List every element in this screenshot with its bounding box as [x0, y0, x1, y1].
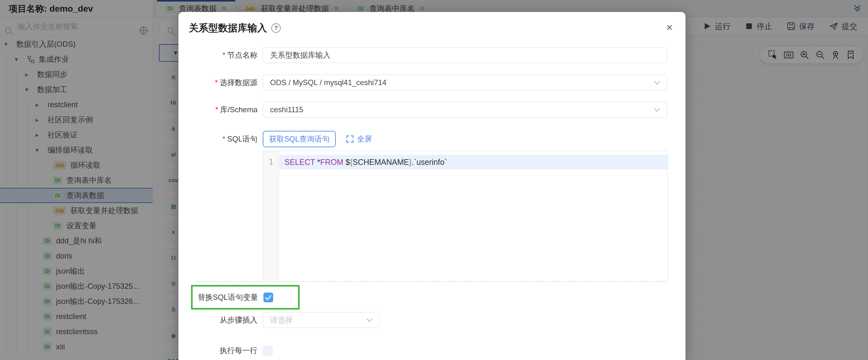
sql-token: $ — [343, 158, 350, 166]
sql-code-line: SELECT *FROM ${SCHEMANAME}.`userinfo` — [284, 155, 447, 169]
dialog-title: 关系型数据库输入 ? — [189, 22, 281, 35]
editor-gutter — [263, 151, 279, 280]
replace-sql-var-checkbox[interactable] — [264, 293, 273, 302]
fullscreen-link[interactable]: 全屏 — [346, 131, 372, 147]
app-window: 项目名称: demo_dev 输入作业名称搜索 ▾数据引入层(ODS)▾集成作业… — [0, 0, 868, 360]
insert-from-step-select[interactable]: 请选择 — [263, 312, 380, 328]
sql-token: SCHEMANAME — [352, 158, 409, 166]
sql-code-editor[interactable]: 1 SELECT *FROM ${SCHEMANAME}.`userinfo` — [263, 151, 668, 280]
insert-from-step-label: 从步骤插入 — [179, 312, 257, 328]
chevron-down-icon — [653, 80, 660, 85]
exec-each-row-label: 执行每一行 — [179, 343, 257, 358]
datasource-row: *选择数据源 ODS / MySQL / mysql41_ceshi714 — [179, 75, 685, 90]
sql-token: FROM — [320, 158, 343, 166]
required-mark: * — [222, 51, 225, 59]
schema-label: 库/Schema — [220, 105, 257, 114]
datasource-label: 选择数据源 — [220, 78, 257, 87]
insert-from-step-row: 从步骤插入 请选择 — [179, 312, 685, 328]
help-icon[interactable]: ? — [271, 23, 281, 33]
sql-token: } — [409, 158, 412, 166]
chevron-down-icon — [653, 108, 660, 113]
required-mark: * — [222, 135, 225, 143]
node-name-input[interactable]: 关系型数据库输入 — [263, 47, 667, 63]
chevron-down-icon — [366, 318, 373, 323]
sql-label: SQL语句 — [227, 135, 257, 143]
replace-sql-var-highlight-box: 替换SQL语句变量 — [191, 285, 300, 310]
exec-each-row-row: 执行每一行 — [179, 343, 685, 358]
schema-select[interactable]: ceshi1115 — [263, 102, 667, 118]
replace-sql-var-label: 替换SQL语句变量 — [198, 286, 258, 308]
schema-row: *库/Schema ceshi1115 — [179, 102, 685, 118]
fetch-sql-button[interactable]: 获取SQL查询语句 — [263, 131, 336, 147]
required-mark: * — [215, 78, 218, 87]
node-name-label: 节点名称 — [227, 51, 257, 59]
sql-row: *SQL语句 获取SQL查询语句 全屏 — [179, 131, 685, 147]
node-name-row: *节点名称 关系型数据库输入 — [179, 47, 685, 63]
fullscreen-icon — [346, 135, 354, 143]
line-number: 1 — [263, 155, 279, 169]
relational-db-input-dialog: 关系型数据库输入 ? ✕ *节点名称 关系型数据库输入 *选择数据源 ODS /… — [179, 12, 685, 360]
required-mark: * — [215, 105, 218, 114]
sql-token: SELECT — [284, 158, 317, 166]
close-icon[interactable]: ✕ — [663, 23, 676, 33]
sql-token: .`userinfo` — [412, 158, 447, 166]
datasource-select[interactable]: ODS / MySQL / mysql41_ceshi714 — [263, 75, 667, 90]
exec-each-row-checkbox[interactable] — [263, 346, 273, 356]
editor-resize-divider[interactable] — [196, 281, 667, 282]
